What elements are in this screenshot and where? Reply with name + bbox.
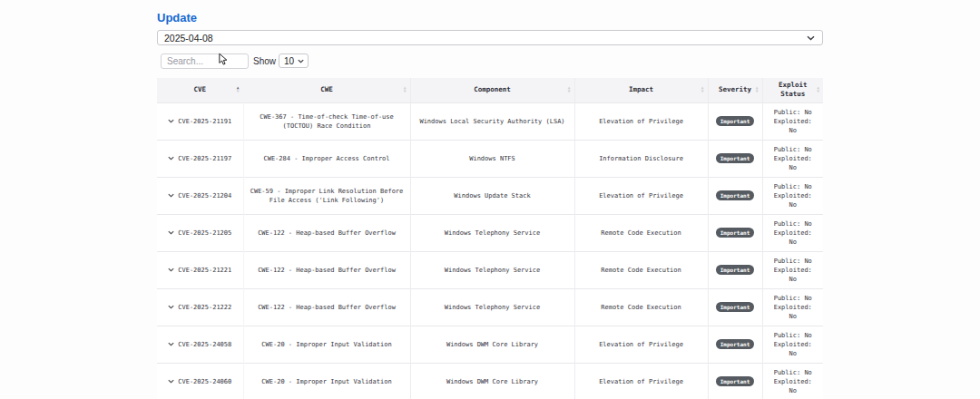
table-header: CVE▲▼CWE▲▼Component▲▼Impact▲▼Severity▲▼E… bbox=[157, 78, 823, 102]
severity-badge: Important bbox=[716, 265, 755, 275]
cve-id: CVE-2025-24058 bbox=[178, 341, 231, 348]
exploit-status-cell: Public: No Exploited: No bbox=[762, 251, 823, 288]
sort-icon: ▲▼ bbox=[237, 86, 240, 93]
show-count-value: 10 bbox=[284, 56, 294, 66]
impact-cell: Information Disclosure bbox=[574, 140, 708, 177]
cwe-cell: CWE-122 - Heap-based Buffer Overflow bbox=[243, 251, 410, 288]
row-expand-chevron-icon[interactable] bbox=[168, 268, 174, 272]
table-row[interactable]: CVE-2025-21204 CWE-59 - Improper Link Re… bbox=[157, 177, 823, 214]
component-cell: Windows NTFS bbox=[410, 140, 574, 177]
cve-id: CVE-2025-21191 bbox=[178, 118, 231, 125]
severity-cell: Important bbox=[708, 326, 762, 363]
severity-cell: Important bbox=[708, 363, 762, 399]
exploit-status-cell: Public: No Exploited: No bbox=[762, 140, 823, 177]
row-expand-chevron-icon[interactable] bbox=[168, 342, 174, 346]
cve-id: CVE-2025-21204 bbox=[178, 192, 231, 200]
cwe-cell: CWE-284 - Improper Access Control bbox=[243, 140, 410, 177]
update-date-select[interactable]: 2025-04-08 bbox=[157, 30, 823, 45]
cwe-cell: CWE-122 - Heap-based Buffer Overflow bbox=[243, 214, 410, 251]
cwe-cell: CWE-20 - Improper Input Validation bbox=[243, 363, 410, 399]
cwe-cell: CWE-122 - Heap-based Buffer Overflow bbox=[243, 288, 410, 326]
impact-cell: Elevation of Privilege bbox=[574, 326, 708, 363]
column-header-impact[interactable]: Impact▲▼ bbox=[574, 78, 708, 102]
component-cell: Windows Telephony Service bbox=[410, 214, 574, 251]
component-cell: Windows DWM Core Library bbox=[410, 326, 574, 363]
component-cell: Windows Telephony Service bbox=[410, 251, 574, 288]
severity-badge: Important bbox=[716, 228, 755, 238]
row-expand-chevron-icon[interactable] bbox=[168, 193, 174, 198]
row-expand-chevron-icon[interactable] bbox=[168, 230, 174, 235]
component-cell: Windows Telephony Service bbox=[410, 288, 574, 326]
impact-cell: Remote Code Execution bbox=[574, 288, 708, 326]
table-row[interactable]: CVE-2025-24060 CWE-20 - Improper Input V… bbox=[157, 363, 823, 399]
severity-badge: Important bbox=[716, 153, 755, 163]
cwe-cell: CWE-367 - Time-of-check Time-of-use (TOC… bbox=[243, 102, 410, 140]
severity-badge: Important bbox=[716, 116, 755, 126]
column-header-cwe[interactable]: CWE▲▼ bbox=[243, 78, 410, 102]
row-expand-chevron-icon[interactable] bbox=[168, 379, 174, 384]
impact-cell: Remote Code Execution bbox=[574, 251, 708, 288]
severity-badge: Important bbox=[716, 190, 755, 200]
component-cell: Windows Update Stack bbox=[410, 177, 574, 214]
cve-id: CVE-2025-21221 bbox=[178, 267, 231, 274]
component-cell: Windows Local Security Authority (LSA) bbox=[410, 102, 574, 140]
cve-id: CVE-2025-21222 bbox=[178, 304, 231, 311]
severity-badge: Important bbox=[716, 339, 755, 349]
exploit-status-cell: Public: No Exploited: No bbox=[762, 214, 823, 251]
show-count-select[interactable]: 10 bbox=[279, 54, 309, 68]
severity-badge: Important bbox=[716, 302, 755, 312]
severity-cell: Important bbox=[708, 102, 762, 140]
update-date-value: 2025-04-08 bbox=[164, 33, 213, 44]
component-cell: Windows DWM Core Library bbox=[410, 363, 574, 399]
impact-cell: Remote Code Execution bbox=[574, 214, 708, 251]
page-title: Update bbox=[157, 11, 197, 24]
impact-cell: Elevation of Privilege bbox=[574, 363, 708, 399]
row-expand-chevron-icon[interactable] bbox=[168, 305, 174, 309]
cve-table: CVE▲▼CWE▲▼Component▲▼Impact▲▼Severity▲▼E… bbox=[157, 78, 823, 399]
severity-cell: Important bbox=[708, 288, 762, 326]
sort-icon: ▲▼ bbox=[568, 86, 571, 93]
column-header-exploit-status[interactable]: Exploit Status▲▼ bbox=[762, 78, 823, 102]
show-label: Show bbox=[253, 56, 276, 66]
sort-icon: ▲▼ bbox=[817, 86, 819, 93]
row-expand-chevron-icon[interactable] bbox=[168, 156, 174, 161]
exploit-status-cell: Public: No Exploited: No bbox=[762, 363, 823, 399]
cwe-cell: CWE-20 - Improper Input Validation bbox=[243, 326, 410, 363]
table-row[interactable]: CVE-2025-21205 CWE-122 - Heap-based Buff… bbox=[157, 214, 823, 251]
column-header-cve[interactable]: CVE▲▼ bbox=[157, 78, 243, 102]
chevron-down-icon bbox=[807, 35, 815, 41]
table-row[interactable]: CVE-2025-21221 CWE-122 - Heap-based Buff… bbox=[157, 251, 823, 288]
column-header-component[interactable]: Component▲▼ bbox=[410, 78, 574, 102]
search-input[interactable]: Search... bbox=[161, 54, 249, 69]
table-row[interactable]: CVE-2025-24058 CWE-20 - Improper Input V… bbox=[157, 326, 823, 363]
exploit-status-cell: Public: No Exploited: No bbox=[762, 177, 823, 214]
severity-cell: Important bbox=[708, 214, 762, 251]
cve-id: CVE-2025-21197 bbox=[178, 155, 231, 162]
severity-cell: Important bbox=[708, 177, 762, 214]
impact-cell: Elevation of Privilege bbox=[574, 102, 708, 140]
row-expand-chevron-icon[interactable] bbox=[168, 119, 174, 123]
severity-cell: Important bbox=[708, 140, 762, 177]
mouse-cursor-icon bbox=[219, 53, 228, 66]
exploit-status-cell: Public: No Exploited: No bbox=[762, 102, 823, 140]
cwe-cell: CWE-59 - Improper Link Resolution Before… bbox=[243, 177, 410, 214]
table-row[interactable]: CVE-2025-21191 CWE-367 - Time-of-check T… bbox=[157, 102, 823, 140]
cve-id: CVE-2025-21205 bbox=[178, 229, 231, 237]
exploit-status-cell: Public: No Exploited: No bbox=[762, 326, 823, 363]
sort-icon: ▲▼ bbox=[404, 86, 407, 93]
severity-badge: Important bbox=[716, 376, 755, 386]
column-header-severity[interactable]: Severity▲▼ bbox=[708, 78, 762, 102]
cve-id: CVE-2025-24060 bbox=[178, 378, 231, 385]
table-row[interactable]: CVE-2025-21197 CWE-284 - Improper Access… bbox=[157, 140, 823, 177]
impact-cell: Elevation of Privilege bbox=[574, 177, 708, 214]
chevron-down-icon bbox=[298, 59, 304, 63]
sort-icon: ▲▼ bbox=[701, 86, 704, 93]
exploit-status-cell: Public: No Exploited: No bbox=[762, 288, 823, 326]
sort-icon: ▲▼ bbox=[756, 86, 759, 93]
table-row[interactable]: CVE-2025-21222 CWE-122 - Heap-based Buff… bbox=[157, 288, 823, 326]
severity-cell: Important bbox=[708, 251, 762, 288]
